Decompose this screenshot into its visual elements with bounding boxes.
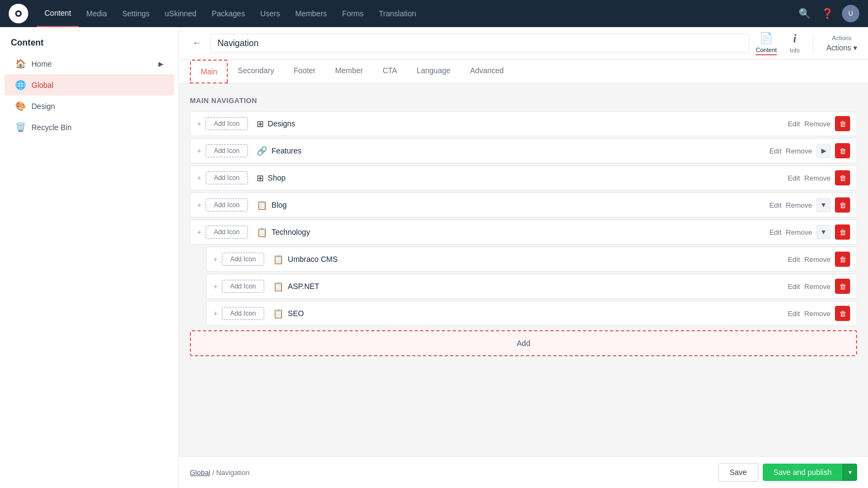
header-action-content-label: Content [756,47,777,53]
remove-link-umbraco-cms[interactable]: Remove [805,255,831,264]
sidebar-item-global[interactable]: 🌐 Global [4,74,174,95]
actions-text: Actions ▾ [826,43,857,52]
item-icon-designs: ⊞ [257,119,264,129]
edit-link-blog[interactable]: Edit [769,201,781,209]
drag-handle-icon[interactable]: + [197,146,201,155]
search-icon[interactable]: 🔍 [796,5,813,22]
nav-item-actions-blog: Edit Remove ▼ 🗑 [769,197,850,213]
delete-button-features[interactable]: 🗑 [835,143,850,158]
drag-handle-icon[interactable]: + [197,119,201,128]
breadcrumb: Global / Navigation [190,468,250,477]
delete-button-shop[interactable]: 🗑 [835,170,850,185]
delete-button-seo[interactable]: 🗑 [835,306,850,321]
header-action-info[interactable]: i Info [790,33,800,54]
drag-handle-icon[interactable]: + [197,201,201,209]
save-publish-dropdown-button[interactable]: ▾ [843,464,857,481]
tab-advanced[interactable]: Advanced [460,60,513,83]
remove-link-aspnet[interactable]: Remove [805,282,831,291]
delete-button-aspnet[interactable]: 🗑 [835,279,850,294]
tab-secondary[interactable]: Secondary [228,60,284,83]
tab-footer[interactable]: Footer [284,60,325,83]
edit-link-features[interactable]: Edit [769,147,781,155]
nav-item-features: + Add Icon 🔗 Features Edit Remove ▶ 🗑 [190,138,857,163]
sidebar: Content 🏠 Home ▶ 🌐 Global 🎨 Design 🗑️ Re… [0,27,179,488]
drag-handle-icon[interactable]: + [213,309,218,318]
back-button[interactable]: ← [190,35,204,51]
global-icon: 🌐 [15,80,26,90]
expand-chevron-features[interactable]: ▶ [816,144,831,158]
add-icon-button-technology[interactable]: Add Icon [206,226,247,239]
remove-link-features[interactable]: Remove [786,147,812,155]
delete-button-umbraco-cms[interactable]: 🗑 [835,252,850,267]
section-title: Main navigation [190,97,857,105]
drag-handle-icon[interactable]: + [197,174,201,182]
add-icon-button-features[interactable]: Add Icon [206,144,247,157]
actions-label: Actions [832,35,852,41]
tab-main[interactable]: Main [190,60,228,84]
nav-content[interactable]: Content [37,0,79,27]
nav-users[interactable]: Users [253,0,288,27]
add-icon-button-umbraco-cms[interactable]: Add Icon [222,253,264,266]
logo[interactable] [9,4,28,23]
item-icon-umbraco-cms: 📋 [273,254,284,265]
item-icon-shop: ⊞ [257,173,264,183]
delete-button-designs[interactable]: 🗑 [835,116,850,131]
add-icon-button-designs[interactable]: Add Icon [206,117,247,130]
tab-member[interactable]: Member [326,60,373,83]
header-action-actions[interactable]: Actions Actions ▾ [826,35,857,52]
edit-link-aspnet[interactable]: Edit [788,282,800,291]
tab-cta[interactable]: CTA [373,60,407,83]
help-icon[interactable]: ❓ [819,5,835,22]
nav-item-label-seo: SEO [288,309,784,318]
sidebar-item-home[interactable]: 🏠 Home ▶ [4,53,174,74]
edit-link-designs[interactable]: Edit [788,120,800,128]
save-button[interactable]: Save [718,463,758,481]
nav-settings[interactable]: Settings [114,0,157,27]
remove-link-blog[interactable]: Remove [786,201,812,209]
remove-link-designs[interactable]: Remove [805,120,831,128]
add-icon-button-shop[interactable]: Add Icon [206,171,247,184]
delete-button-blog[interactable]: 🗑 [835,197,850,213]
nav-translation[interactable]: Translation [371,0,424,27]
add-nav-item-button[interactable]: Add [191,331,856,355]
add-icon-button-seo[interactable]: Add Icon [222,307,264,320]
nav-item-shop: + Add Icon ⊞ Shop Edit Remove 🗑 [190,165,857,190]
edit-link-seo[interactable]: Edit [788,310,800,318]
drag-handle-icon[interactable]: + [213,255,218,264]
user-avatar[interactable]: U [842,5,859,22]
scrollable-content: Main navigation + Add Icon ⊞ Designs Edi… [179,84,868,456]
page-title-input[interactable] [210,34,749,53]
save-publish-button[interactable]: Save and publish [763,464,843,481]
nav-members[interactable]: Members [288,0,334,27]
breadcrumb-navigation: Navigation [216,468,249,477]
expand-chevron-blog[interactable]: ▼ [816,198,831,212]
add-icon-button-blog[interactable]: Add Icon [206,198,247,211]
header-action-content[interactable]: 📄 Content [756,31,777,55]
breadcrumb-global[interactable]: Global [190,468,210,477]
edit-link-shop[interactable]: Edit [788,174,800,182]
expand-chevron-technology[interactable]: ▼ [816,225,831,239]
drag-handle-icon[interactable]: + [197,228,201,236]
delete-button-technology[interactable]: 🗑 [835,224,850,240]
nav-uskinned[interactable]: uSkinned [157,0,204,27]
sidebar-item-design[interactable]: 🎨 Design [4,95,174,117]
drag-handle-icon[interactable]: + [213,282,218,291]
edit-link-umbraco-cms[interactable]: Edit [788,255,800,264]
main-layout: Content 🏠 Home ▶ 🌐 Global 🎨 Design 🗑️ Re… [0,27,868,488]
nav-forms[interactable]: Forms [335,0,372,27]
sidebar-item-recycle-bin[interactable]: 🗑️ Recycle Bin [4,117,174,138]
nav-media[interactable]: Media [79,0,114,27]
nav-packages[interactable]: Packages [204,0,252,27]
nav-item-actions-umbraco-cms: Edit Remove 🗑 [788,252,850,267]
item-icon-features: 🔗 [257,146,267,156]
remove-link-seo[interactable]: Remove [805,310,831,318]
content-area: ← 📄 Content i Info Actions Actions ▾ [179,27,868,488]
nav-item-actions-shop: Edit Remove 🗑 [788,170,850,185]
header-divider [813,35,813,52]
tab-language[interactable]: Language [407,60,460,83]
add-icon-button-aspnet[interactable]: Add Icon [222,280,264,293]
remove-link-shop[interactable]: Remove [805,174,831,182]
page-footer: Global / Navigation Save Save and publis… [179,456,868,488]
edit-link-technology[interactable]: Edit [769,228,781,236]
remove-link-technology[interactable]: Remove [786,228,812,236]
